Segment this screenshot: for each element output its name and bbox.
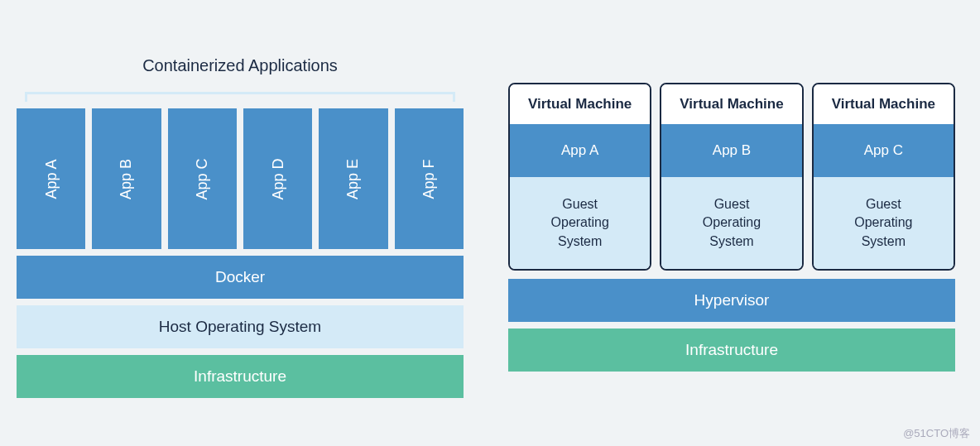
bracket-line: [25, 92, 455, 102]
virtual-machine: Virtual Machine App B GuestOperatingSyst…: [660, 83, 803, 271]
infrastructure-layer: Infrastructure: [17, 355, 464, 398]
vm-guest-os: GuestOperatingSystem: [510, 177, 650, 269]
app-label: App F: [420, 159, 438, 199]
app-label: App C: [194, 158, 211, 199]
vm-app: App A: [510, 124, 650, 177]
infrastructure-layer: Infrastructure: [508, 329, 955, 372]
docker-layer: Docker: [17, 256, 464, 299]
container-app: App A: [17, 108, 85, 249]
virtual-machine: Virtual Machine App C GuestOperatingSyst…: [812, 83, 955, 271]
virtual-machine: Virtual Machine App A GuestOperatingSyst…: [508, 83, 651, 271]
vm-app: App B: [661, 124, 801, 177]
host-os-layer: Host Operating System: [17, 305, 464, 348]
container-app: App F: [395, 108, 464, 249]
vm-guest-os: GuestOperatingSystem: [661, 177, 801, 269]
app-label: App A: [42, 159, 60, 199]
hypervisor-layer: Hypervisor: [508, 279, 955, 322]
container-app: App B: [92, 108, 161, 249]
vm-app: App C: [814, 124, 954, 177]
vm-title: Virtual Machine: [510, 84, 650, 124]
container-app: App D: [243, 108, 312, 249]
container-app-row: App A App B App C App D App E App F: [17, 108, 464, 249]
container-stack: Containerized Applications App A App B A…: [17, 56, 464, 398]
app-label: App B: [118, 158, 135, 199]
vm-title: Virtual Machine: [661, 84, 801, 124]
vm-guest-os: GuestOperatingSystem: [814, 177, 954, 269]
container-app: App C: [168, 108, 237, 249]
vm-title: Virtual Machine: [814, 84, 954, 124]
vm-row: Virtual Machine App A GuestOperatingSyst…: [508, 83, 955, 271]
watermark: @51CTO博客: [903, 426, 970, 441]
container-app: App E: [319, 108, 387, 249]
container-title: Containerized Applications: [17, 56, 464, 75]
app-label: App E: [344, 158, 362, 199]
app-label: App D: [269, 158, 286, 199]
vm-stack: Virtual Machine App A GuestOperatingSyst…: [508, 83, 955, 372]
